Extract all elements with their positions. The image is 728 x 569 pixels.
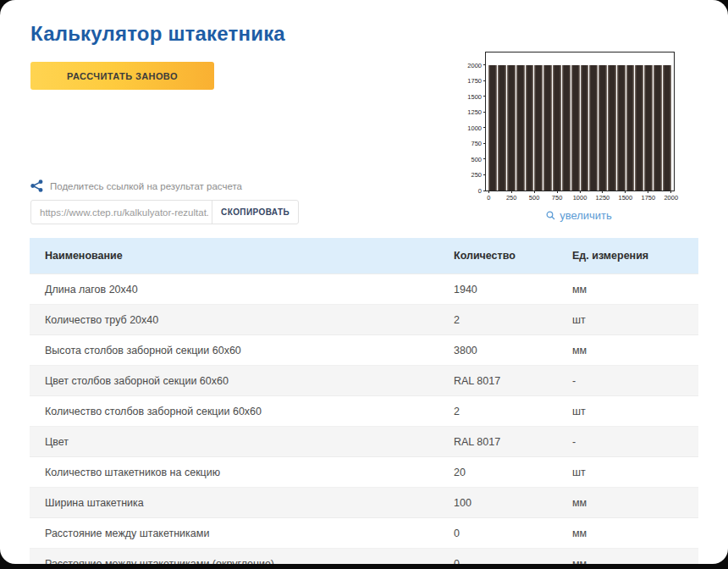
row-quantity-cell: 3800	[454, 345, 572, 356]
recalculate-button[interactable]: РАССЧИТАТЬ ЗАНОВО	[30, 62, 214, 90]
y-tick-mark	[483, 191, 486, 191]
header-name: Наименование	[30, 250, 454, 262]
table-row: Ширина штакетника100мм	[30, 487, 698, 517]
x-tick-label: 0	[487, 194, 490, 202]
picket-bar	[543, 65, 552, 191]
y-tick-label: 1250	[467, 108, 482, 116]
row-unit-cell: шт	[572, 406, 698, 417]
share-url-input[interactable]	[31, 201, 212, 224]
y-tick-label: 1500	[467, 92, 482, 100]
picket-bar	[654, 65, 662, 191]
row-unit-cell: шт	[572, 467, 698, 478]
table-row: Высота столбов заборной секции 60x603800…	[30, 334, 698, 365]
row-unit-cell: мм	[572, 528, 698, 539]
share-url-box: СКОПИРОВАТЬ	[30, 200, 299, 224]
x-tick-mark	[557, 191, 558, 193]
row-name-cell: Высота столбов заборной секции 60x60	[30, 345, 454, 356]
table-body: Длина лагов 20x401940ммКоличество труб 2…	[30, 273, 698, 564]
row-quantity-cell: 100	[454, 497, 572, 509]
picket-bar	[534, 65, 543, 191]
table-row: Количество штакетников на секцию20шт	[30, 456, 698, 487]
results-table: Наименование Количество Ед. измерения Дл…	[30, 238, 698, 564]
row-quantity-cell: RAL 8017	[454, 375, 572, 387]
y-tick-mark	[483, 64, 486, 65]
y-tick-label: 750	[471, 140, 482, 147]
picket-bar	[663, 65, 671, 191]
picket-bar	[562, 65, 571, 191]
row-quantity-cell: 0	[454, 528, 572, 539]
copy-url-button[interactable]: СКОПИРОВАТЬ	[212, 201, 298, 224]
table-row: Длина лагов 20x401940мм	[30, 273, 698, 304]
picket-bar	[589, 65, 598, 191]
row-quantity-cell: 20	[454, 467, 572, 478]
row-unit-cell: мм	[572, 497, 698, 509]
x-tick-mark	[580, 191, 581, 193]
x-tick-label: 1000	[573, 194, 587, 202]
picket-bar	[635, 65, 643, 191]
row-name-cell: Цвет	[30, 436, 454, 448]
chart-zoom-label: увеличить	[560, 209, 612, 222]
picket-bar	[516, 65, 525, 191]
share-icon	[30, 180, 43, 192]
y-tick-label: 500	[471, 155, 482, 163]
header-quantity: Количество	[454, 250, 572, 262]
y-tick-label: 250	[471, 171, 482, 179]
fence-preview-widget: 0250500750100012501500175020000250500750…	[461, 47, 698, 229]
row-name-cell: Количество штакетников на секцию	[30, 467, 454, 478]
header-units: Ед. измерения	[572, 250, 698, 262]
picket-bars	[488, 65, 671, 191]
picket-bar	[498, 65, 506, 191]
x-tick-mark	[625, 191, 626, 193]
x-tick-label: 1750	[641, 194, 655, 202]
picket-bar	[571, 65, 580, 191]
picket-bar	[626, 65, 635, 191]
row-name-cell: Цвет столбов заборной секции 60x60	[30, 375, 454, 387]
y-tick-mark	[483, 112, 486, 113]
table-header-row: Наименование Количество Ед. измерения	[30, 238, 698, 273]
y-tick-label: 2000	[467, 61, 482, 69]
picket-bar	[598, 65, 607, 191]
x-tick-mark	[670, 191, 671, 193]
x-tick-mark	[602, 191, 603, 193]
table-row: Цвет столбов заборной секции 60x60RAL 80…	[30, 365, 698, 395]
picket-bar	[526, 65, 534, 191]
calculator-page: Калькулятор штакетника РАССЧИТАТЬ ЗАНОВО…	[0, 0, 728, 564]
x-tick-label: 2000	[664, 194, 678, 202]
x-tick-mark	[511, 191, 512, 193]
y-tick-label: 1000	[467, 124, 482, 131]
x-tick-label: 250	[506, 194, 517, 202]
picket-bar	[553, 65, 561, 191]
row-unit-cell: -	[572, 436, 698, 448]
table-row: Расстояние между штакетниками (округлени…	[30, 548, 698, 564]
table-row: Количество труб 20x402шт	[30, 304, 698, 334]
x-tick-label: 1250	[596, 194, 610, 202]
y-tick-label: 1750	[467, 77, 482, 85]
x-tick-mark	[648, 191, 648, 193]
x-tick-label: 750	[552, 194, 563, 202]
picket-bar	[581, 65, 589, 191]
row-quantity-cell: 2	[454, 314, 572, 326]
row-unit-cell: мм	[572, 558, 698, 565]
row-unit-cell: мм	[572, 284, 698, 296]
picket-bar	[488, 65, 497, 191]
x-tick-label: 1500	[619, 194, 633, 202]
y-tick-mark	[483, 143, 486, 144]
row-unit-cell: -	[572, 375, 698, 387]
y-tick-mark	[483, 158, 486, 159]
row-quantity-cell: 2	[454, 406, 572, 417]
y-tick-label: 0	[478, 187, 482, 195]
x-tick-mark	[534, 191, 535, 193]
picket-bar	[507, 65, 516, 191]
row-quantity-cell: RAL 8017	[454, 436, 572, 448]
row-name-cell: Количество столбов заборной секции 60x60	[30, 406, 454, 417]
x-tick-mark	[488, 191, 489, 193]
row-quantity-cell: 0	[454, 558, 572, 565]
y-tick-mark	[483, 174, 486, 175]
chart-zoom-link[interactable]: увеличить	[485, 209, 673, 222]
y-tick-mark	[483, 96, 486, 97]
row-name-cell: Расстояние между штакетниками (округлени…	[30, 558, 454, 565]
table-row: Количество столбов заборной секции 60x60…	[30, 395, 698, 426]
row-name-cell: Расстояние между штакетниками	[30, 528, 454, 539]
row-name-cell: Ширина штакетника	[30, 497, 454, 509]
picket-bar	[644, 65, 653, 191]
